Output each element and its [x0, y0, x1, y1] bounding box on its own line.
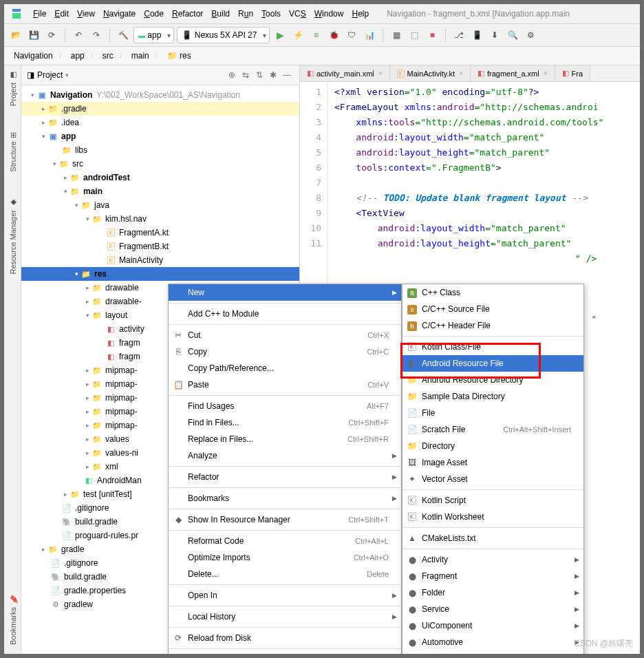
- bc-3[interactable]: main: [129, 50, 152, 62]
- sub-auto[interactable]: ⬤Automotive▶: [402, 634, 583, 650]
- bc-0[interactable]: Navigation: [11, 50, 56, 62]
- sub-aresdir[interactable]: 📁Android Resource Directory: [402, 372, 583, 388]
- sub-cpphd[interactable]: hC/C++ Header File: [402, 317, 583, 334]
- menu-code[interactable]: Code: [140, 8, 168, 20]
- tree-src[interactable]: ▾📁src: [21, 157, 299, 171]
- undo-icon[interactable]: ↶: [71, 28, 86, 43]
- sub-fragment[interactable]: ⬤Fragment▶: [402, 568, 583, 584]
- apply-changes-icon[interactable]: ⚡: [290, 28, 305, 43]
- menu-view[interactable]: View: [73, 8, 99, 20]
- hammer-icon[interactable]: 🔨: [116, 28, 131, 43]
- bc-4[interactable]: 📁 res: [164, 50, 194, 62]
- sub-imgasset[interactable]: 🖼Image Asset: [402, 454, 583, 471]
- menu-vcs[interactable]: VCS: [285, 8, 310, 20]
- tree-app[interactable]: ▾▣app: [21, 129, 299, 143]
- device-combo[interactable]: 📱 Nexus 5X API 27: [177, 27, 270, 43]
- tree-androidtest[interactable]: ▸📁androidTest: [21, 171, 299, 184]
- tab-fragment-cut[interactable]: ◧Fra: [555, 65, 591, 81]
- expand-icon[interactable]: ⇆: [239, 68, 253, 82]
- hide-icon[interactable]: —: [280, 68, 294, 82]
- app-inspect-icon[interactable]: ▦: [389, 28, 404, 43]
- collapse-icon[interactable]: ⇅: [253, 68, 266, 82]
- sub-dir[interactable]: 📁Directory: [402, 438, 583, 454]
- apply-code-icon[interactable]: ≡: [308, 28, 323, 43]
- menu-navigate[interactable]: Navigate: [99, 8, 140, 20]
- sub-cppclass[interactable]: SC++ Class: [402, 284, 583, 301]
- open-icon[interactable]: 📂: [8, 28, 23, 43]
- sdk-icon[interactable]: ⬇: [487, 28, 502, 43]
- ctx-copypath[interactable]: Copy Path/Reference...: [169, 360, 401, 376]
- tree-res[interactable]: ▾📁res: [21, 267, 299, 281]
- sidetab-bookmarks[interactable]: Bookmarks 🔖: [7, 593, 19, 648]
- menu-run[interactable]: Run: [234, 8, 257, 20]
- ctx-new[interactable]: New▶: [169, 284, 401, 301]
- settings-icon[interactable]: ⚙: [523, 28, 538, 43]
- sub-aresfile[interactable]: ◧Android Resource File: [402, 355, 583, 372]
- sub-cppsrc[interactable]: cC/C++ Source File: [402, 301, 583, 317]
- sub-activity[interactable]: ⬤Activity▶: [402, 551, 583, 568]
- menu-build[interactable]: Build: [207, 8, 234, 20]
- tree-main[interactable]: ▾📁main: [21, 184, 299, 198]
- sub-kws[interactable]: 🇰Kotlin Worksheet: [402, 509, 583, 525]
- run-icon[interactable]: ▶: [272, 28, 288, 43]
- tab-fragment-a[interactable]: ◧fragment_a.xml×: [471, 65, 555, 81]
- sub-kclass[interactable]: 🇰Kotlin Class/File: [402, 339, 583, 355]
- sub-service[interactable]: ⬤Service▶: [402, 601, 583, 617]
- ctx-cut[interactable]: ✂CutCtrl+X: [169, 327, 401, 343]
- sub-vecasset[interactable]: ✦Vector Asset: [402, 471, 583, 487]
- stop-icon[interactable]: ■: [425, 28, 440, 43]
- ctx-findusages[interactable]: Find UsagesAlt+F7: [169, 398, 401, 414]
- menu-file[interactable]: File: [29, 8, 50, 20]
- menu-edit[interactable]: Edit: [50, 8, 73, 20]
- tab-mainactivity[interactable]: 🇰MainActivity.kt×: [390, 65, 471, 81]
- sidetab-resmgr[interactable]: Resource Manager ◆: [7, 195, 19, 277]
- avd-icon[interactable]: 📱: [469, 28, 484, 43]
- tree-fragb-kt[interactable]: 🇰FragmentB.kt: [21, 240, 299, 253]
- sub-scratch[interactable]: 📄Scratch FileCtrl+Alt+Shift+Insert: [402, 421, 583, 438]
- sub-kscript[interactable]: 🇰Kotlin Script: [402, 492, 583, 509]
- ctx-reload[interactable]: ⟳Reload from Disk: [169, 630, 401, 646]
- sidetab-project[interactable]: Project ◨: [7, 68, 19, 109]
- ctx-addcpp[interactable]: Add C++ to Module: [169, 306, 401, 322]
- profile-icon[interactable]: 📊: [362, 28, 377, 43]
- ctx-bookmarks[interactable]: Bookmarks▶: [169, 490, 401, 507]
- ctx-reformat[interactable]: Reformat CodeCtrl+Alt+L: [169, 533, 401, 549]
- ctx-copy[interactable]: ⎘CopyCtrl+C: [169, 343, 401, 360]
- menu-window[interactable]: Window: [310, 8, 348, 20]
- tree-pkg[interactable]: ▾📁kim.hsl.nav: [21, 212, 299, 226]
- tree-libs[interactable]: 📁libs: [21, 143, 299, 157]
- debug-icon[interactable]: 🐞: [326, 28, 341, 43]
- ctx-analyze[interactable]: Analyze▶: [169, 447, 401, 464]
- ctx-replacefiles[interactable]: Replace in Files...Ctrl+Shift+R: [169, 431, 401, 447]
- bc-2[interactable]: src: [100, 50, 116, 62]
- redo-icon[interactable]: ↷: [89, 28, 104, 43]
- sub-folder[interactable]: ⬤Folder▶: [402, 584, 583, 601]
- tree-java[interactable]: ▾📁java: [21, 198, 299, 212]
- ctx-openin[interactable]: Open In▶: [169, 587, 401, 604]
- ctx-optimize[interactable]: Optimize ImportsCtrl+Alt+O: [169, 549, 401, 566]
- tree-idea[interactable]: ▸📁.idea: [21, 116, 299, 129]
- sub-file[interactable]: 📄File: [402, 405, 583, 421]
- ctx-compare[interactable]: ⬌Compare With...Ctrl+D: [169, 651, 401, 658]
- run-config-combo[interactable]: ▬ app: [133, 27, 174, 43]
- sync-icon[interactable]: ⟳: [44, 28, 59, 43]
- tree-mainact[interactable]: 🇰MainActivity: [21, 253, 299, 267]
- save-icon[interactable]: 💾: [26, 28, 41, 43]
- sub-cmake[interactable]: ▲CMakeLists.txt: [402, 530, 583, 546]
- attach-debug-icon[interactable]: ⬚: [407, 28, 422, 43]
- menu-tools[interactable]: Tools: [257, 8, 285, 20]
- tree-gradle[interactable]: ▸📁.gradle: [21, 102, 299, 116]
- project-combo[interactable]: Project: [37, 70, 63, 80]
- menu-help[interactable]: Help: [347, 8, 373, 20]
- settings-tree-icon[interactable]: ✱: [266, 68, 280, 82]
- menu-refactor[interactable]: Refactor: [168, 8, 207, 20]
- bc-1[interactable]: app: [68, 50, 87, 62]
- locate-icon[interactable]: ⊕: [225, 68, 239, 82]
- ctx-showres[interactable]: ◆Show In Resource ManagerCtrl+Shift+T: [169, 511, 401, 528]
- ctx-refactor[interactable]: Refactor▶: [169, 469, 401, 485]
- tree-root[interactable]: ▾▣NavigationY:\002_WorkSpace\001_AS\Navi…: [21, 88, 299, 102]
- ctx-localhist[interactable]: Local History▶: [169, 608, 401, 625]
- ctx-delete[interactable]: Delete...Delete: [169, 566, 401, 582]
- sidetab-structure[interactable]: Structure ⊞: [7, 129, 19, 175]
- search-icon[interactable]: 🔍: [505, 28, 520, 43]
